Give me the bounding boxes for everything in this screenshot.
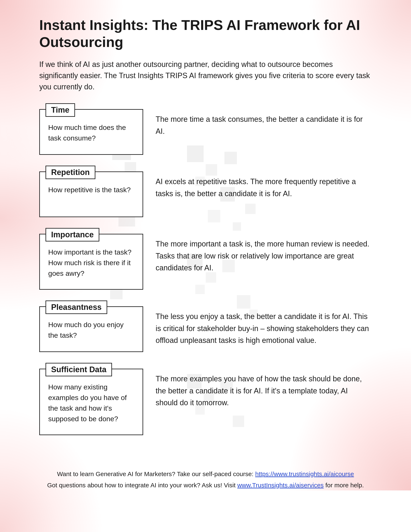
- page-title: Instant Insights: The TRIPS AI Framework…: [39, 17, 372, 50]
- repetition-box-wrapper: Repetition How repetitive is the task?: [39, 171, 143, 217]
- repetition-label: Repetition: [46, 166, 95, 179]
- time-box-wrapper: Time How much time does the task consume…: [39, 109, 143, 155]
- sufficient-data-question: How many existing examples do you have o…: [39, 369, 143, 435]
- time-description: The more time a task consumes, the bette…: [156, 109, 372, 137]
- footer-line2-end: for more help.: [324, 482, 364, 489]
- section-pleasantness: Pleasantness How much do you enjoy the t…: [39, 306, 372, 352]
- pleasantness-box-wrapper: Pleasantness How much do you enjoy the t…: [39, 306, 143, 352]
- section-time: Time How much time does the task consume…: [39, 109, 372, 155]
- time-label: Time: [46, 103, 75, 117]
- section-sufficient-data: Sufficient Data How many existing exampl…: [39, 369, 372, 435]
- importance-question: How important is the task? How much risk…: [39, 234, 143, 290]
- intro-paragraph: If we think of AI as just another outsou…: [39, 59, 372, 93]
- importance-box-wrapper: Importance How important is the task? Ho…: [39, 234, 143, 290]
- sufficient-data-description: The more examples you have of how the ta…: [156, 369, 372, 409]
- footer-line2: Got questions about how to integrate AI …: [39, 480, 372, 491]
- footer-line1-text: Want to learn Generative AI for Marketer…: [57, 470, 255, 477]
- footer: Want to learn Generative AI for Marketer…: [39, 460, 372, 499]
- footer-line2-text: Got questions about how to integrate AI …: [47, 482, 237, 489]
- pleasantness-label: Pleasantness: [46, 301, 107, 314]
- pleasantness-description: The less you enjoy a task, the better a …: [156, 306, 372, 346]
- footer-line1: Want to learn Generative AI for Marketer…: [39, 468, 372, 480]
- importance-label: Importance: [46, 228, 99, 241]
- section-repetition: Repetition How repetitive is the task? A…: [39, 171, 372, 217]
- repetition-description: AI excels at repetitive tasks. The more …: [156, 171, 372, 200]
- aicourse-link[interactable]: https://www.trustinsights.ai/aicourse: [255, 470, 354, 477]
- aiservices-link[interactable]: www.TrustInsights.ai/aiservices: [237, 482, 324, 489]
- importance-description: The more important a task is, the more h…: [156, 234, 372, 274]
- section-importance: Importance How important is the task? Ho…: [39, 234, 372, 290]
- sufficient-data-box-wrapper: Sufficient Data How many existing exampl…: [39, 369, 143, 435]
- sufficient-data-label: Sufficient Data: [46, 363, 112, 376]
